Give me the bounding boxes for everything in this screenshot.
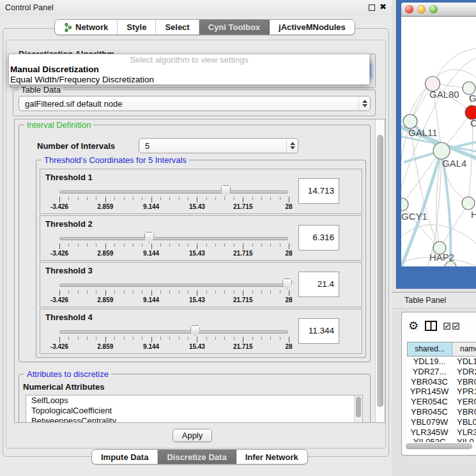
threshold-value-field[interactable]: 6.316	[298, 225, 339, 250]
slider-ticklabels: -3.4262.8599.14415.4321.71528	[59, 203, 289, 211]
table-horizontal-scrollbar[interactable]	[406, 443, 472, 449]
slider-track[interactable]	[59, 190, 288, 194]
network-node[interactable]	[433, 142, 450, 159]
table-row[interactable]: YPR145WYPR1	[407, 387, 476, 397]
tab-cyni-toolbox[interactable]: Cyni Toolbox	[199, 20, 270, 35]
network-icon	[64, 23, 72, 32]
apply-button[interactable]: Apply	[173, 429, 212, 442]
checkbox-icon	[443, 323, 450, 330]
network-node[interactable]	[462, 197, 475, 210]
slider-ticks	[59, 337, 289, 342]
column-header-shared-name[interactable]: shared...	[408, 342, 452, 356]
gear-icon[interactable]: ⚙	[408, 320, 418, 332]
table-row[interactable]: YER054CYER0	[407, 397, 476, 407]
table-row[interactable]: YDL19...YDL1	[407, 357, 476, 367]
attributes-group-title: Attributes to discretize	[24, 369, 111, 379]
network-node[interactable]	[401, 198, 408, 211]
network-view-window: GAL80GACGAL11GAL4GCY1HHAP2	[396, 0, 476, 289]
num-intervals-label: Number of Intervals	[37, 141, 115, 151]
checkbox-icon	[452, 323, 459, 330]
float-window-icon[interactable]	[369, 4, 375, 11]
select-columns-icons[interactable]	[443, 323, 459, 330]
threshold-value-field[interactable]: 21.4	[298, 272, 339, 297]
slider-track[interactable]	[59, 284, 288, 287]
combo-stepper-icon	[286, 139, 298, 153]
table-row[interactable]: YDR27...YDR2	[407, 367, 476, 377]
minimize-traffic-light-icon[interactable]	[417, 5, 426, 13]
settings-scroll-area: Interval Definition Number of Intervals …	[14, 119, 385, 423]
table-row[interactable]: YBL079WYBL0	[407, 417, 476, 427]
table-row[interactable]: YLR345WYLR3	[407, 427, 476, 438]
list-item[interactable]: BetweennessCentrality	[26, 416, 362, 423]
slider-thumb[interactable]	[221, 185, 231, 196]
slider-ticklabels: -3.4262.8599.14415.4321.71528	[59, 296, 289, 304]
dropdown-option-manual[interactable]: Manual Discretization	[9, 65, 369, 75]
num-intervals-combobox[interactable]: 5	[139, 138, 298, 153]
tab-discretize-data[interactable]: Discretize Data	[158, 450, 236, 464]
table-panel-window: ⚙ shared... name YDL19...YDL	[401, 312, 476, 456]
slider-thumb[interactable]	[144, 232, 154, 243]
tab-network[interactable]: Network	[55, 20, 118, 35]
control-panel-tabs: Network Style Select Cyni Toolbox jActiv…	[54, 19, 355, 35]
slider-ticks	[59, 290, 289, 296]
settings-scrollbar[interactable]	[375, 119, 385, 422]
threshold-value-field[interactable]: 14.713	[298, 178, 339, 204]
slider-ticklabels: -3.4262.8599.14415.4321.71528	[59, 250, 289, 257]
threshold-value-field[interactable]: 11.344	[298, 318, 339, 344]
threshold-4-row: Threshold 4 -3.4262.8599.14415.4321.7152…	[40, 309, 362, 354]
close-icon[interactable]: ✖	[380, 2, 387, 12]
panel-title: Control Panel	[5, 3, 54, 12]
interval-definition-group: Interval Definition Number of Intervals …	[19, 125, 371, 362]
table-row[interactable]: YBR045CYBR0	[407, 407, 476, 417]
network-node-label: C	[470, 118, 476, 128]
slider-ticks	[59, 243, 289, 249]
threshold-label: Threshold 3	[45, 266, 93, 275]
network-node-label: HAP2	[429, 252, 454, 263]
column-header-name[interactable]: name	[452, 342, 476, 356]
tab-impute-data[interactable]: Impute Data	[92, 450, 158, 464]
list-item[interactable]: SelfLoops	[26, 395, 362, 406]
threshold-label: Threshold 2	[45, 219, 93, 229]
tab-infer-network[interactable]: Infer Network	[236, 450, 307, 464]
list-scrollbar[interactable]	[354, 395, 362, 423]
attributes-group: Attributes to discretize Numerical Attri…	[19, 374, 371, 423]
slider-track[interactable]	[59, 330, 288, 334]
numerical-attributes-label: Numerical Attributes	[23, 382, 104, 392]
threshold-3-row: Threshold 3 -3.4262.8599.14415.4321.7152…	[40, 262, 362, 307]
zoom-traffic-light-icon[interactable]	[429, 5, 438, 13]
network-node-label: GCY1	[401, 211, 427, 222]
cyni-bottom-tabs: Impute Data Discretize Data Infer Networ…	[91, 449, 308, 464]
control-panel-titlebar: Control Panel ✖	[0, 0, 392, 15]
list-item[interactable]: TopologicalCoefficient	[26, 406, 362, 416]
table-row[interactable]: YIL052CYIL0	[407, 437, 476, 442]
columns-icon[interactable]	[425, 321, 437, 331]
close-traffic-light-icon[interactable]	[405, 5, 413, 13]
network-node[interactable]	[403, 114, 417, 128]
threshold-2-row: Threshold 2 -3.4262.8599.14415.4321.7152…	[40, 215, 362, 261]
table-header-row: shared... name	[407, 342, 476, 357]
slider-track[interactable]	[59, 237, 288, 240]
table-data-combobox[interactable]: galFiltered.sif default node	[19, 96, 371, 111]
table-row[interactable]: YBR043CYBR0	[407, 377, 476, 387]
network-canvas[interactable]: GAL80GACGAL11GAL4GCY1HHAP2	[401, 17, 476, 266]
algorithm-dropdown: Select algorithm to view settings Manual…	[8, 54, 370, 85]
slider-ticklabels: -3.4262.8599.14415.4321.71528	[59, 343, 289, 351]
interval-definition-title: Interval Definition	[24, 120, 93, 130]
threshold-1-row: Threshold 1 -3.4262.8599.14415.4321.7152…	[40, 169, 362, 214]
slider-ticks	[59, 197, 289, 203]
table-panel-toolbar: ⚙	[402, 312, 476, 339]
network-window-titlebar[interactable]	[401, 3, 476, 17]
table-data-group: Table Data galFiltered.sif default node	[13, 89, 376, 116]
slider-thumb[interactable]	[190, 325, 200, 336]
table-panel-titlebar: Table Panel	[392, 292, 476, 309]
slider-thumb[interactable]	[282, 279, 292, 289]
tab-network-label: Network	[75, 22, 108, 32]
tab-jactivemnodules[interactable]: jActiveMNodules	[270, 20, 355, 35]
table-panel-title: Table Panel	[404, 296, 446, 305]
dropdown-option-equal-width[interactable]: Equal Width/Frequency Discretization	[9, 75, 369, 85]
table-body: YDL19...YDL1YDR27...YDR2YBR043CYBR0YPR14…	[407, 357, 476, 442]
threshold-label: Threshold 4	[45, 312, 93, 322]
tab-style[interactable]: Style	[118, 20, 156, 35]
threshold-label: Threshold 1	[45, 173, 93, 182]
tab-select[interactable]: Select	[156, 20, 199, 35]
